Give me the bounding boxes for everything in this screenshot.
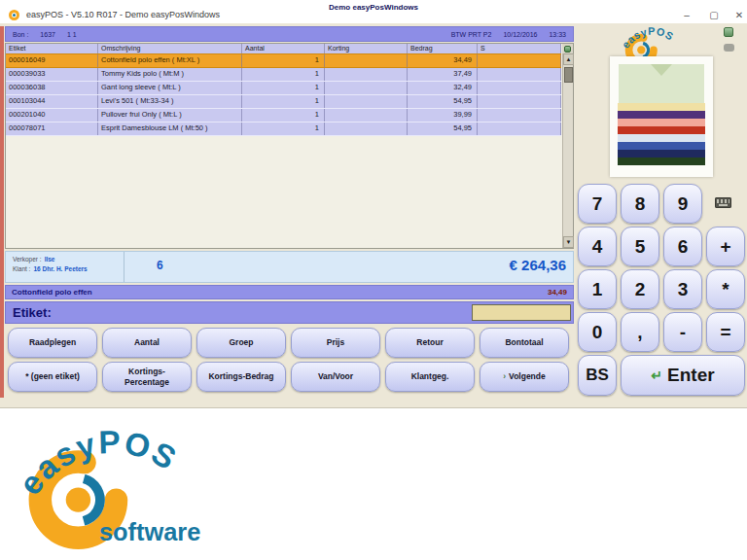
table-row[interactable]: 000201040 Pullover frui Only ( Mt:L ) 1 … xyxy=(6,109,561,122)
btw-printer-status: BTW PRT P2 xyxy=(451,31,492,38)
cell-bedrag: 34,49 xyxy=(408,54,478,67)
cell-korting xyxy=(325,95,408,108)
cell-s xyxy=(478,68,561,81)
date: 10/12/2016 xyxy=(503,31,537,38)
verkoper-label: Verkoper : xyxy=(13,256,42,262)
vertical-scrollbar[interactable]: ▲ ▼ xyxy=(562,53,573,248)
col-bedrag: Bedrag xyxy=(408,44,478,53)
shirt-stack-bar xyxy=(618,134,705,142)
numpad-3[interactable]: 3 xyxy=(663,269,702,309)
cell-etiket: 000201040 xyxy=(6,109,98,122)
shirt-stack-bar xyxy=(618,111,705,119)
cell-etiket: 000016049 xyxy=(6,54,98,67)
klantgeg-button[interactable]: Klantgeg. xyxy=(385,362,475,392)
cell-omschrijving: Cottonfield polo effen ( Mt:XL ) xyxy=(98,54,242,67)
folded-shirt-top xyxy=(619,64,704,103)
etiket-label: Etiket: xyxy=(13,305,52,320)
numpad-0[interactable]: 0 xyxy=(578,312,617,352)
cell-etiket: 000039033 xyxy=(6,68,98,81)
numpad-8[interactable]: 8 xyxy=(621,184,659,224)
backspace-button[interactable]: BS xyxy=(578,355,617,396)
cell-omschrijving: Levi's 501 ( Mt:33-34 ) xyxy=(98,95,242,108)
selected-article-bar: Cottonfield polo effen 34,49 xyxy=(5,285,574,299)
cell-aantal: 1 xyxy=(242,82,325,94)
kortings-bedrag-button[interactable]: Kortings-Bedrag xyxy=(196,362,286,392)
scrollbar-thumb[interactable] xyxy=(564,67,573,83)
cell-aantal: 1 xyxy=(242,54,325,67)
grid-options-icon[interactable] xyxy=(564,46,571,52)
prijs-button[interactable]: Prijs xyxy=(291,328,380,358)
van-voor-button[interactable]: Van/Voor xyxy=(291,362,380,392)
table-row[interactable]: 000103044 Levi's 501 ( Mt:33-34 ) 1 54,9… xyxy=(6,95,561,109)
receipt-total: € 264,36 xyxy=(510,257,566,273)
shirt-stack-bar xyxy=(618,126,705,134)
etiket-bar: Etiket: xyxy=(5,301,574,324)
cell-omschrijving: Esprit Damesblouse LM ( Mt:50 ) xyxy=(98,122,242,135)
enter-label: Enter xyxy=(667,365,715,386)
selected-article-name: Cottonfield polo effen xyxy=(12,288,92,297)
cell-etiket: 000078071 xyxy=(6,122,98,135)
table-row[interactable]: 000016049 Cottonfield polo effen ( Mt:XL… xyxy=(6,53,561,68)
table-row[interactable]: 000036038 Gant long sleeve ( Mt:L ) 1 32… xyxy=(6,82,561,95)
bontotaal-button[interactable]: Bontotaal xyxy=(480,328,569,358)
verkoper-value: Ilse xyxy=(45,256,55,262)
aantal-button[interactable]: Aantal xyxy=(102,328,192,358)
shirt-stack-bar xyxy=(618,158,705,165)
col-etiket: Etiket xyxy=(6,44,98,53)
numpad-4[interactable]: 4 xyxy=(578,227,617,266)
numpad-plus[interactable]: + xyxy=(706,227,745,266)
col-aantal: Aantal xyxy=(242,44,325,53)
cell-korting xyxy=(325,82,408,94)
shirt-stack-bar xyxy=(618,103,705,111)
numpad-7[interactable]: 7 xyxy=(578,184,617,224)
cell-aantal: 1 xyxy=(242,109,325,122)
numpad-1[interactable]: 1 xyxy=(578,269,617,309)
retour-button[interactable]: Retour xyxy=(385,328,475,358)
left-accent-stripe xyxy=(0,26,4,398)
enter-button[interactable]: ↵Enter xyxy=(621,355,745,396)
table-row[interactable]: 000078071 Esprit Damesblouse LM ( Mt:50 … xyxy=(6,122,561,136)
table-body: 000016049 Cottonfield polo effen ( Mt:XL… xyxy=(6,53,561,136)
raadplegen-button[interactable]: Raadplegen xyxy=(8,328,97,358)
klant-label: Klant : xyxy=(13,265,30,272)
geen-etiket-button[interactable]: * (geen etiket) xyxy=(8,362,97,392)
shirt-stack-bar xyxy=(618,119,705,126)
cell-bedrag: 37,49 xyxy=(408,68,478,81)
cell-etiket: 000036038 xyxy=(6,82,98,94)
col-omschrijving: Omschrijving xyxy=(98,44,242,53)
numpad-2[interactable]: 2 xyxy=(621,269,659,309)
volgende-button[interactable]: ›Volgende xyxy=(480,362,569,392)
numpad-9[interactable]: 9 xyxy=(663,184,702,224)
cell-aantal: 1 xyxy=(242,122,325,135)
numpad-comma[interactable]: , xyxy=(621,312,659,352)
numpad-equals[interactable]: = xyxy=(706,312,745,352)
bon-label: Bon : xyxy=(13,31,28,38)
cell-omschrijving: Gant long sleeve ( Mt:L ) xyxy=(98,82,242,94)
numpad-multiply[interactable]: * xyxy=(706,269,745,309)
cell-bedrag: 54,95 xyxy=(408,95,478,108)
scroll-up-icon[interactable]: ▲ xyxy=(563,53,574,65)
cell-omschrijving: Pullover frui Only ( Mt:L ) xyxy=(98,109,242,122)
numpad-6[interactable]: 6 xyxy=(663,227,702,266)
scroll-down-icon[interactable]: ▼ xyxy=(563,236,574,248)
cell-s xyxy=(478,122,561,135)
shirt-stack-bar xyxy=(618,142,705,150)
cell-aantal: 1 xyxy=(242,68,325,81)
klant-value: 16 Dhr. H. Peeters xyxy=(33,265,87,272)
table-row[interactable]: 000039033 Tommy Kids polo ( Mt:M ) 1 37,… xyxy=(6,68,561,82)
easypos-logo-large: easyPOS software xyxy=(12,412,221,555)
grid-corner xyxy=(562,44,573,53)
etiket-input[interactable] xyxy=(472,304,571,321)
display-icon[interactable] xyxy=(724,27,733,37)
keyboard-icon[interactable] xyxy=(715,197,731,208)
help-balloon-icon[interactable] xyxy=(724,44,734,52)
cell-etiket: 000103044 xyxy=(6,95,98,108)
cell-s xyxy=(478,82,561,94)
cell-korting xyxy=(325,68,408,81)
kortings-percentage-button[interactable]: Kortings-Percentage xyxy=(102,362,192,392)
numpad-minus[interactable]: - xyxy=(663,312,702,352)
groep-button[interactable]: Groep xyxy=(196,328,286,358)
numpad-5[interactable]: 5 xyxy=(621,227,659,266)
cell-s xyxy=(478,54,561,67)
item-count: 6 xyxy=(157,259,163,272)
